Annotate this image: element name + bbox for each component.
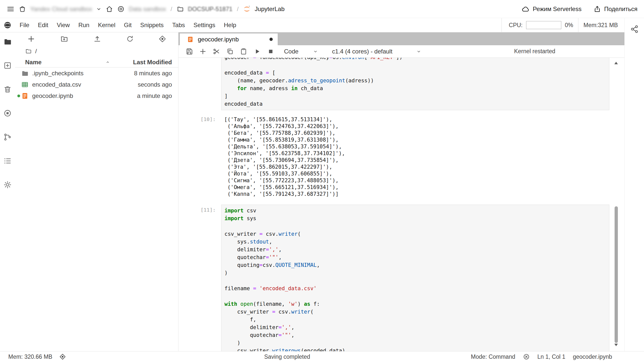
cursor-position-indicator[interactable]: Ln 1, Col 1 xyxy=(537,353,565,360)
insert-cell-plus-icon[interactable] xyxy=(199,47,207,56)
menu-view[interactable]: View xyxy=(53,22,74,29)
tab-geocoder-ipynb[interactable]: geocoder.ipynb xyxy=(179,33,278,45)
memory-indicator: Mem: 320.66 MB xyxy=(8,353,52,360)
running-kernels-icon[interactable] xyxy=(3,109,12,117)
unsaved-changes-dot[interactable] xyxy=(269,38,273,41)
datasphere-diamond-icon[interactable] xyxy=(159,35,166,43)
trash-icon[interactable] xyxy=(3,85,12,94)
home-icon[interactable] xyxy=(106,5,113,13)
code-line xyxy=(224,292,606,300)
notebook-toolbar: Code c1.4 (4 cores) - default Kernel res… xyxy=(178,45,624,58)
app-title: JupyterLab xyxy=(255,6,285,13)
menu-kernel[interactable]: Kernel xyxy=(94,22,120,29)
menu-tabs[interactable]: Tabs xyxy=(168,22,189,29)
output-line: [('Тау', '[55.861615,37.513134]'), xyxy=(224,116,606,123)
menu-git[interactable]: Git xyxy=(120,22,136,29)
datasphere-diamond-icon[interactable] xyxy=(59,353,66,360)
chevron-down-icon[interactable] xyxy=(96,6,102,12)
notebook-scroll-area[interactable]: geocoder = YandexGeocoder(api_key=os.env… xyxy=(178,58,624,351)
file-browser-panel: / Name Last Modified .ipynb_checkpoints8… xyxy=(15,32,178,351)
file-row[interactable]: .ipynb_checkpoints8 minutes ago xyxy=(15,68,178,79)
kernel-status-icon[interactable] xyxy=(523,353,530,360)
code-line: delimiter=',', xyxy=(224,246,606,254)
upload-icon[interactable] xyxy=(93,35,101,43)
code-editor[interactable]: geocoder = YandexGeocoder(api_key=os.env… xyxy=(221,58,609,110)
file-modified-time: a minute ago xyxy=(113,92,178,99)
file-list: .ipynb_checkpoints8 minutes agoencoded_d… xyxy=(15,68,178,101)
cut-cells-icon[interactable] xyxy=(212,47,221,56)
breadcrumb-separator: / xyxy=(170,6,173,13)
file-row[interactable]: geocoder.ipynba minute ago xyxy=(15,90,178,101)
csv-file-icon xyxy=(21,81,29,88)
stop-kernel-icon[interactable] xyxy=(266,47,275,56)
folder-icon xyxy=(177,6,184,13)
hamburger-menu-icon[interactable] xyxy=(7,5,15,13)
cell-prompt: [11]: xyxy=(178,205,221,213)
file-modified-time: seconds ago xyxy=(113,81,178,88)
file-breadcrumb[interactable]: / xyxy=(15,45,178,57)
status-bar: Mem: 320.66 MB Saving completed Mode: Co… xyxy=(0,351,644,362)
menu-edit[interactable]: Edit xyxy=(34,22,53,29)
run-cell-icon[interactable] xyxy=(253,47,261,56)
menubar-menus: FileEditViewRunKernelGitSnippetsTabsSett… xyxy=(15,22,241,29)
scroll-down-arrow[interactable] xyxy=(614,344,618,346)
paste-cells-icon[interactable] xyxy=(239,47,248,56)
menu-bar: FileEditViewRunKernelGitSnippetsTabsSett… xyxy=(0,18,624,32)
menu-file[interactable]: File xyxy=(15,22,34,29)
code-line: csv_writer = csv.writer( xyxy=(224,230,606,238)
serverless-mode-label: Режим Serverless xyxy=(533,6,581,13)
registry-icon[interactable] xyxy=(117,5,125,13)
code-editor[interactable]: import csvimport sys csv_writer = csv.wr… xyxy=(221,205,609,351)
output-line: ('Эта', '[55.862015,37.422297]'), xyxy=(224,164,606,170)
code-line: import sys xyxy=(224,215,606,222)
file-browser-icon[interactable] xyxy=(3,37,12,46)
name-column-header[interactable]: Name xyxy=(15,59,113,66)
menu-help[interactable]: Help xyxy=(220,22,241,29)
code-line: geocoder = YandexGeocoder(api_key=os.env… xyxy=(224,58,606,61)
kernel-dropdown[interactable]: c1.4 (4 cores) - default xyxy=(332,48,421,55)
output-line: ('Дельта', '[55.638053,37.591054]'), xyxy=(224,143,606,150)
share-export-icon xyxy=(593,5,601,13)
editor-mode-indicator[interactable]: Mode: Command xyxy=(471,353,515,360)
code-line: quotechar='"', xyxy=(224,331,606,339)
code-line: ] xyxy=(224,92,606,100)
refresh-icon[interactable] xyxy=(126,35,134,43)
file-name: encoded_data.csv xyxy=(32,81,113,88)
cell-type-dropdown[interactable]: Code xyxy=(284,48,318,55)
modified-column-header[interactable]: Last Modified xyxy=(113,59,178,66)
file-name: geocoder.ipynb xyxy=(32,92,113,99)
save-icon[interactable] xyxy=(185,47,194,56)
git-icon[interactable] xyxy=(3,133,12,141)
code-cell: geocoder = YandexGeocoder(api_key=os.env… xyxy=(178,58,609,110)
cloud-org-name[interactable]: Yandex Cloud sandbox xyxy=(30,6,92,13)
code-line: for name, adress in ch_data xyxy=(224,85,606,92)
share-network-icon[interactable] xyxy=(630,25,639,34)
scroll-up-arrow[interactable] xyxy=(614,62,618,64)
project-name[interactable]: Data sandbox xyxy=(129,6,166,13)
breadcrumb-folder[interactable]: DOCSUP-51871 xyxy=(188,6,232,13)
menu-snippets[interactable]: Snippets xyxy=(136,22,168,29)
code-line: import csv xyxy=(224,207,606,215)
code-line: csv_writer = csv.writer( xyxy=(224,308,606,316)
catalog-bucket-icon[interactable] xyxy=(19,5,26,13)
code-line: quoting=csv.QUOTE_MINIMAL, xyxy=(224,261,606,269)
cpu-usage-bar xyxy=(526,21,561,29)
datasphere-logo-icon xyxy=(3,21,12,29)
menu-run[interactable]: Run xyxy=(74,22,94,29)
share-button[interactable]: Поделиться xyxy=(593,5,637,13)
code-line: encoded_data xyxy=(224,100,606,108)
scrollbar[interactable] xyxy=(614,60,619,348)
menu-settings[interactable]: Settings xyxy=(189,22,220,29)
new-resource-icon[interactable] xyxy=(3,61,12,70)
serverless-mode-button[interactable]: Режим Serverless xyxy=(522,5,581,13)
output-line: ('Бета', '[55.775788,37.602939]'), xyxy=(224,130,606,137)
scrollbar-thumb[interactable] xyxy=(615,206,618,343)
new-launcher-plus-icon[interactable] xyxy=(27,35,35,43)
modified-column-label: Last Modified xyxy=(133,59,172,66)
file-row[interactable]: encoded_data.csvseconds ago xyxy=(15,79,178,90)
settings-gear-icon[interactable] xyxy=(3,180,12,189)
snippets-icon[interactable] xyxy=(3,157,12,165)
copy-cells-icon[interactable] xyxy=(226,47,234,56)
code-cell: [11]:import csvimport sys csv_writer = c… xyxy=(178,205,609,351)
new-folder-icon[interactable] xyxy=(60,35,68,43)
